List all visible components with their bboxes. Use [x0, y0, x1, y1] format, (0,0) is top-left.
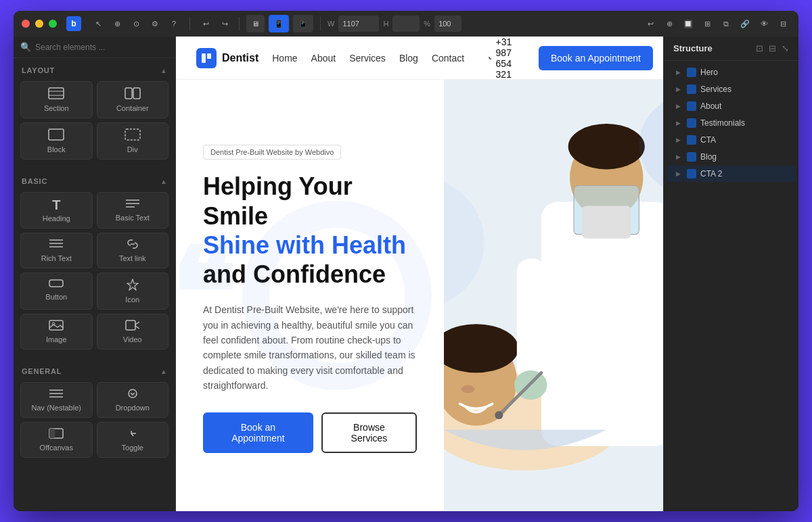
toggle-element[interactable]: Toggle: [97, 422, 169, 458]
preview-icon[interactable]: 👁: [757, 16, 771, 31]
rich-text-icon: [49, 239, 64, 252]
structure-services[interactable]: ▶ Services: [667, 81, 796, 97]
help-icon[interactable]: ?: [166, 16, 181, 31]
hero-book-button[interactable]: Book an Appointment: [203, 412, 313, 453]
nav-cta-button[interactable]: Book an Appointment: [539, 46, 653, 70]
block-label: Block: [47, 145, 66, 153]
basic-section-header[interactable]: BASIC ▲: [14, 173, 175, 189]
cursor-icon[interactable]: ↖: [91, 16, 106, 31]
height-input[interactable]: [392, 16, 420, 32]
hero-image: [444, 80, 663, 511]
svg-point-43: [495, 411, 503, 419]
share-icon[interactable]: ⧉: [719, 16, 734, 31]
website-frame: Dentist Home About Services Blog Contact…: [176, 37, 663, 511]
section-label: Section: [44, 104, 69, 112]
nav-about[interactable]: About: [311, 53, 336, 64]
cta-item-label: CTA: [700, 135, 716, 145]
close-button[interactable]: [22, 20, 30, 28]
width-label: W: [328, 20, 334, 28]
heading-element[interactable]: T Heading: [20, 192, 93, 229]
upload-icon[interactable]: ⊟: [769, 43, 776, 53]
nav-nestable-element[interactable]: Nav (Nestable): [20, 382, 93, 418]
nav-contact[interactable]: Contact: [432, 53, 464, 64]
block-element[interactable]: Block: [20, 122, 93, 160]
plugin-icon[interactable]: ⊞: [700, 16, 715, 31]
search-icon: 🔍: [20, 42, 31, 52]
text-link-element[interactable]: Text link: [97, 233, 169, 268]
search-input[interactable]: [35, 43, 168, 52]
expand-icon[interactable]: ⤡: [782, 43, 789, 53]
nav-links: Home About Services Blog Contact: [272, 53, 464, 64]
undo-icon[interactable]: ↩: [198, 16, 213, 31]
svg-rect-24: [49, 429, 55, 438]
device-mobile-button[interactable]: 📱: [293, 15, 313, 32]
settings-icon[interactable]: ⚙: [148, 16, 162, 31]
svg-rect-6: [125, 129, 140, 140]
general-section-arrow: ▲: [160, 368, 167, 375]
video-element[interactable]: Video: [97, 314, 169, 350]
testimonials-arrow: ▶: [676, 120, 683, 126]
blog-item-label: Blog: [700, 152, 717, 162]
layers2-icon[interactable]: 🔲: [681, 16, 696, 31]
button-icon: [49, 279, 64, 290]
hero-title-line1: Helping Your Smile: [203, 172, 353, 229]
svg-rect-27: [207, 53, 211, 59]
offcanvas-icon: [49, 428, 64, 441]
canvas-area: Dentist Home About Services Blog Contact…: [176, 37, 663, 511]
dropdown-element[interactable]: Dropdown: [97, 382, 169, 418]
nav-blog[interactable]: Blog: [399, 53, 418, 64]
minimize-button[interactable]: [35, 20, 43, 28]
external-link-icon[interactable]: 🔗: [738, 16, 752, 31]
elements-panel: LAYOUT ▲ Section: [14, 58, 175, 511]
site-nav: Dentist Home About Services Blog Contact…: [176, 37, 663, 80]
phone-number: +31 987 654 321: [496, 37, 518, 80]
cloud-icon[interactable]: ⊕: [662, 16, 677, 31]
hero-buttons: Book an Appointment Browse Services: [203, 412, 417, 453]
width-input[interactable]: [338, 16, 379, 32]
container-label: Container: [116, 104, 149, 112]
structure-testimonials[interactable]: ▶ Testimonials: [667, 115, 796, 131]
add-icon[interactable]: ⊕: [110, 16, 125, 31]
device-tablet-button[interactable]: 📱: [269, 15, 289, 32]
section-element[interactable]: Section: [20, 81, 93, 118]
button-element[interactable]: Button: [20, 272, 93, 310]
icon-element[interactable]: Icon: [97, 272, 169, 310]
toggle-label: Toggle: [122, 444, 143, 452]
div-element[interactable]: Div: [97, 122, 169, 160]
general-section-header[interactable]: GENERAL ▲: [14, 363, 175, 379]
hero-title: Helping Your Smile Shine with Health and…: [203, 172, 417, 289]
svg-point-35: [568, 124, 645, 169]
history-icon[interactable]: ↩: [643, 16, 658, 31]
maximize-button[interactable]: [49, 20, 57, 28]
site-logo: Dentist: [196, 48, 258, 68]
image-icon: [49, 320, 64, 333]
zoom-input[interactable]: [434, 16, 461, 32]
basic-text-icon: [125, 198, 140, 211]
app-logo: b: [66, 16, 81, 31]
rich-text-element[interactable]: Rich Text: [20, 233, 93, 268]
cta2-item-label: CTA 2: [700, 169, 722, 179]
image-element[interactable]: Image: [20, 314, 93, 350]
structure-blog[interactable]: ▶ Blog: [667, 149, 796, 165]
structure-cta[interactable]: ▶ CTA: [667, 132, 796, 148]
collapse-icon[interactable]: ⊟: [775, 16, 790, 31]
phone-icon: [489, 53, 491, 63]
offcanvas-element[interactable]: Offcanvas: [20, 422, 93, 458]
nav-home[interactable]: Home: [272, 53, 297, 64]
basic-text-element[interactable]: Basic Text: [97, 192, 169, 229]
svg-rect-14: [49, 280, 63, 287]
hero-browse-button[interactable]: Browse Services: [321, 412, 417, 453]
structure-about[interactable]: ▶ About: [667, 98, 796, 114]
device-desktop-button[interactable]: 🖥: [246, 15, 265, 32]
text-link-label: Text link: [119, 254, 146, 262]
div-label: Div: [127, 145, 138, 153]
download-icon[interactable]: ⊡: [756, 43, 763, 53]
blog-item-icon: [687, 152, 696, 162]
nav-services[interactable]: Services: [349, 53, 386, 64]
layers-icon[interactable]: ⊙: [129, 16, 143, 31]
container-element[interactable]: Container: [97, 81, 169, 118]
redo-icon[interactable]: ↪: [217, 16, 232, 31]
structure-cta2[interactable]: ▶ CTA 2: [667, 166, 796, 182]
layout-section-header[interactable]: LAYOUT ▲: [14, 62, 175, 78]
structure-hero[interactable]: ▶ Hero: [667, 64, 796, 80]
